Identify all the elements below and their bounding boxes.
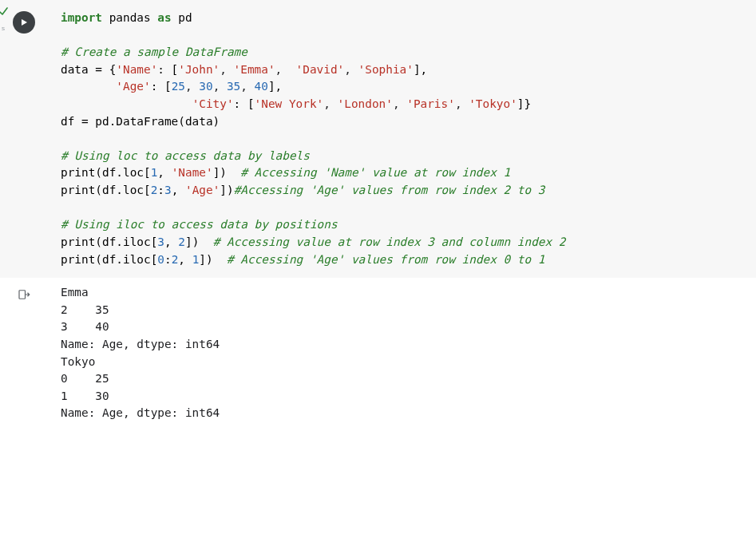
svg-text:s: s	[2, 25, 5, 32]
output-area: Emma 2 35 3 40 Name: Age, dtype: int64 T…	[0, 278, 756, 435]
svg-rect-1	[19, 291, 26, 299]
code-cell: s import pandas as pd # Create a sample …	[0, 0, 756, 435]
code-editor[interactable]: import pandas as pd # Create a sample Da…	[48, 6, 756, 271]
output-arrow-icon	[17, 287, 31, 302]
code-token: import	[61, 11, 102, 24]
gutter: s	[0, 6, 48, 271]
output-toggle-button[interactable]	[17, 287, 31, 307]
cell-executed-indicator: s	[0, 6, 8, 34]
output-text: Emma 2 35 3 40 Name: Age, dtype: int64 T…	[48, 284, 756, 422]
input-area: s import pandas as pd # Create a sample …	[0, 0, 756, 278]
output-gutter	[0, 284, 48, 422]
run-cell-button[interactable]	[13, 11, 35, 34]
play-icon	[19, 18, 29, 27]
